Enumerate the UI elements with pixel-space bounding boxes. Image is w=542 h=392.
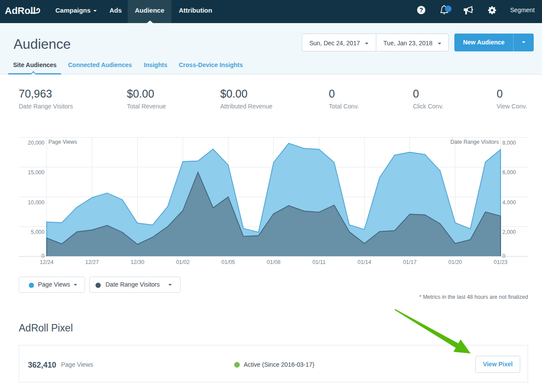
svg-text:01/20: 01/20 <box>448 259 462 265</box>
svg-text:0: 0 <box>41 253 44 259</box>
svg-text:12/30: 12/30 <box>131 259 144 265</box>
svg-text:6,000: 6,000 <box>502 169 516 176</box>
svg-text:2,000: 2,000 <box>502 229 516 235</box>
svg-text:?: ? <box>419 7 423 14</box>
svg-text:Page Views: Page Views <box>48 139 77 145</box>
svg-text:10,000: 10,000 <box>28 199 44 206</box>
svg-text:01/02: 01/02 <box>176 259 190 265</box>
svg-text:12/24: 12/24 <box>40 259 53 265</box>
svg-text:01/14: 01/14 <box>358 259 371 265</box>
svg-text:01/17: 01/17 <box>403 259 416 265</box>
svg-text:01/05: 01/05 <box>222 259 235 265</box>
svg-text:01/08: 01/08 <box>267 259 280 265</box>
svg-text:AdRoll: AdRoll <box>5 5 36 16</box>
svg-text:01/23: 01/23 <box>494 259 507 265</box>
svg-text:20,000: 20,000 <box>28 140 44 146</box>
svg-text:12/27: 12/27 <box>85 259 99 265</box>
svg-text:8,000: 8,000 <box>502 140 516 146</box>
svg-text:Date Range Visitors: Date Range Visitors <box>450 139 499 145</box>
svg-text:15,000: 15,000 <box>28 169 44 176</box>
svg-text:5,000: 5,000 <box>31 229 44 235</box>
svg-text:4,000: 4,000 <box>502 199 516 206</box>
svg-text:0: 0 <box>502 253 505 259</box>
svg-text:01/11: 01/11 <box>312 259 325 265</box>
